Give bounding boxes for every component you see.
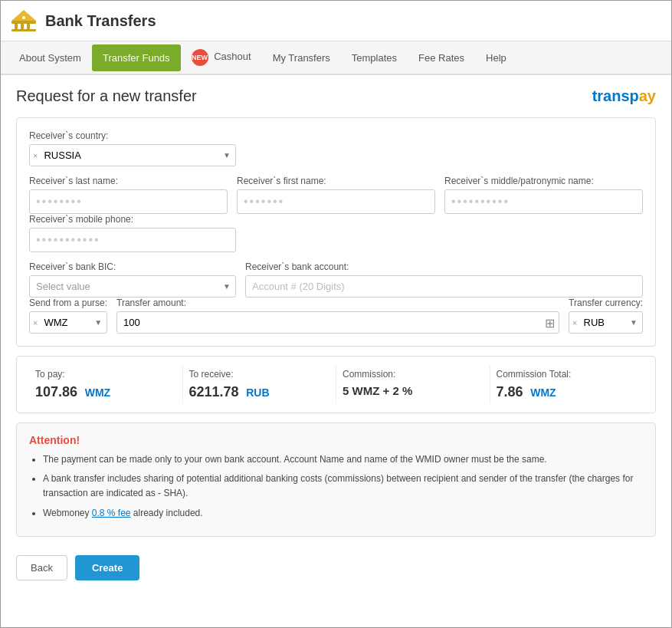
currency-col: Transfer currency: × RUB ▼ <box>569 298 643 334</box>
currency-dropdown-icon: ▼ <box>630 318 638 327</box>
purse-col: Send from a purse: × WMZ ▼ <box>29 298 107 334</box>
bic-select-wrapper[interactable]: Select value ▼ <box>29 275 236 298</box>
to-receive-col: To receive: 6211.78 RUB <box>182 366 336 403</box>
first-name-label: Receiver`s first name: <box>237 176 435 186</box>
purse-dropdown-icon: ▼ <box>94 318 102 327</box>
to-receive-currency: RUB <box>246 386 269 399</box>
amount-col: Transfer amount: ⊞ <box>116 298 559 334</box>
brand-logo: transpay <box>592 87 656 105</box>
receiver-country-label: Receiver`s country: <box>29 130 643 141</box>
svg-rect-1 <box>15 24 18 30</box>
svg-rect-0 <box>11 21 36 24</box>
attention-title: Attention! <box>29 434 643 446</box>
amount-wrapper: ⊞ <box>116 311 559 334</box>
to-receive-label: To receive: <box>189 369 330 380</box>
purse-select-wrapper[interactable]: × WMZ ▼ <box>29 311 107 334</box>
currency-clear-icon[interactable]: × <box>572 318 577 327</box>
account-label: Receiver`s bank account: <box>245 261 643 272</box>
receiver-country-select[interactable]: RUSSIA <box>41 145 223 166</box>
action-buttons: Back Create <box>16 549 656 587</box>
receiver-country-select-wrapper[interactable]: × RUSSIA ▼ <box>29 144 236 166</box>
commission-total-col: Commission Total: 7.86 WMZ <box>490 366 644 403</box>
purse-clear-icon[interactable]: × <box>33 318 38 327</box>
country-dropdown-icon: ▼ <box>223 151 231 159</box>
commission-label: Commission: <box>343 369 484 380</box>
attention-item-3: Webmoney 0.8 % fee already included. <box>43 506 643 521</box>
account-col: Receiver`s bank account: <box>245 261 643 298</box>
bank-icon <box>10 7 38 35</box>
last-name-label: Receiver`s last name: <box>29 176 228 186</box>
middle-name-input[interactable] <box>444 189 643 214</box>
currency-select-wrapper[interactable]: × RUB ▼ <box>569 311 643 334</box>
mobile-group: Receiver`s mobile phone: <box>29 214 643 252</box>
title-bar: Bank Transfers <box>1 1 671 41</box>
attention-card: Attention! The payment can be made only … <box>16 423 656 537</box>
attention-list: The payment can be made only to your own… <box>29 452 643 521</box>
first-name-col: Receiver`s first name: <box>237 176 435 214</box>
window-title: Bank Transfers <box>45 12 156 30</box>
nav-help[interactable]: Help <box>475 44 517 71</box>
amount-input[interactable] <box>116 311 559 334</box>
calculator-icon: ⊞ <box>545 315 555 330</box>
svg-rect-2 <box>21 24 24 30</box>
amount-label: Transfer amount: <box>116 298 559 308</box>
brand-logo-accent: ay <box>639 87 656 104</box>
last-name-col: Receiver`s last name: <box>29 176 228 214</box>
bic-account-row: Receiver`s bank BIC: Select value ▼ Rece… <box>29 261 643 298</box>
main-window: Bank Transfers About System Transfer Fun… <box>0 0 672 628</box>
commission-total-value: 7.86 <box>497 384 523 399</box>
to-pay-col: To pay: 107.86 WMZ <box>29 366 182 403</box>
mobile-label: Receiver`s mobile phone: <box>29 214 643 225</box>
page-title: Request for a new transfer <box>16 87 197 105</box>
attention-item-1: The payment can be made only to your own… <box>43 452 643 467</box>
nav-my-transfers[interactable]: My Transfers <box>262 44 341 71</box>
country-clear-icon[interactable]: × <box>33 151 38 160</box>
commission-total-currency: WMZ <box>530 386 556 399</box>
purse-select[interactable]: WMZ <box>41 312 94 333</box>
fee-text-before: Webmoney <box>43 508 92 518</box>
page-header: Request for a new transfer transpay <box>16 87 656 105</box>
summary-card: To pay: 107.86 WMZ To receive: 6211.78 R… <box>16 356 656 413</box>
nav-templates[interactable]: Templates <box>341 44 408 71</box>
receiver-country-group: Receiver`s country: × RUSSIA ▼ <box>29 130 643 166</box>
commission-total-value-row: 7.86 WMZ <box>497 384 638 400</box>
svg-rect-4 <box>11 29 36 31</box>
to-receive-value: 6211.78 <box>189 384 239 399</box>
create-button[interactable]: Create <box>75 555 139 580</box>
nav-transfer-funds[interactable]: Transfer Funds <box>92 44 181 71</box>
fee-text-after: already included. <box>131 508 203 518</box>
svg-rect-3 <box>27 24 30 30</box>
mobile-input[interactable] <box>29 228 236 252</box>
to-pay-currency: WMZ <box>85 386 110 399</box>
bic-col: Receiver`s bank BIC: Select value ▼ <box>29 261 236 298</box>
last-name-input[interactable] <box>29 189 228 214</box>
fee-link[interactable]: 0.8 % fee <box>92 508 131 518</box>
to-pay-value-row: 107.86 WMZ <box>35 384 176 400</box>
summary-row: To pay: 107.86 WMZ To receive: 6211.78 R… <box>29 366 643 403</box>
currency-select[interactable]: RUB <box>581 312 631 333</box>
purse-label: Send from a purse: <box>29 298 107 308</box>
content-area: Request for a new transfer transpay Rece… <box>1 75 671 599</box>
bic-dropdown-icon: ▼ <box>223 282 231 291</box>
account-input[interactable] <box>245 275 643 298</box>
commission-col: Commission: 5 WMZ + 2 % <box>336 366 490 403</box>
nav-bar: About System Transfer Funds NEW Cashout … <box>1 41 671 75</box>
new-badge: NEW <box>192 49 208 66</box>
svg-point-6 <box>22 16 25 19</box>
commission-value: 5 WMZ + 2 % <box>343 384 412 397</box>
currency-label: Transfer currency: <box>569 298 643 308</box>
attention-item-2: A bank transfer includes sharing of pote… <box>43 472 643 501</box>
form-card: Receiver`s country: × RUSSIA ▼ Receiver`… <box>16 117 656 347</box>
first-name-input[interactable] <box>237 189 435 214</box>
nav-about-system[interactable]: About System <box>8 44 92 71</box>
back-button[interactable]: Back <box>16 555 67 580</box>
bic-label: Receiver`s bank BIC: <box>29 261 236 272</box>
name-row: Receiver`s last name: Receiver`s first n… <box>29 176 643 214</box>
nav-fee-rates[interactable]: Fee Rates <box>408 44 475 71</box>
purse-amount-currency-row: Send from a purse: × WMZ ▼ Transfer amou… <box>29 298 643 334</box>
to-receive-value-row: 6211.78 RUB <box>189 384 330 400</box>
bic-select[interactable]: Select value <box>30 276 223 297</box>
to-pay-value: 107.86 <box>35 384 77 399</box>
nav-cashout[interactable]: NEW Cashout <box>181 41 262 74</box>
to-pay-label: To pay: <box>35 369 176 380</box>
